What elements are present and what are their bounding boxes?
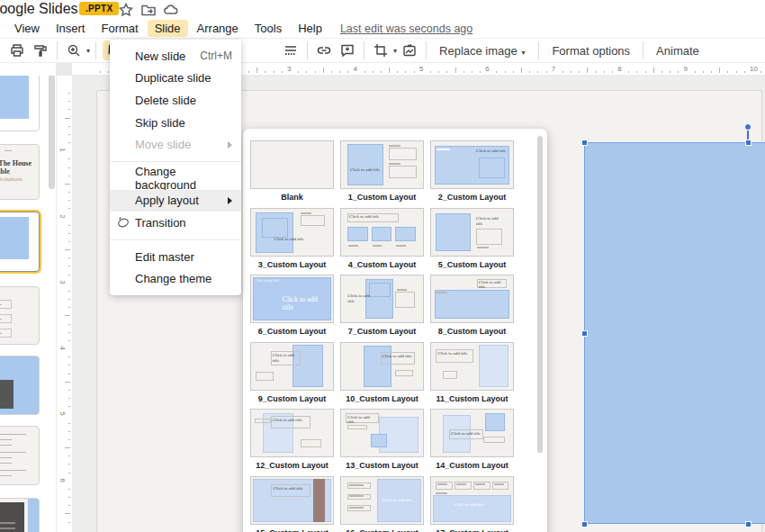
star-icon[interactable] xyxy=(118,2,134,18)
layout-shape xyxy=(475,483,485,485)
replace-image-caret: ▾ xyxy=(521,49,525,57)
format-options-button[interactable]: Format options xyxy=(544,41,638,60)
ruler-number: 9 xyxy=(684,65,688,73)
layout-option-10_custom-layout[interactable]: Click to add title10_Custom Layout xyxy=(340,342,424,403)
layout-option-blank[interactable]: Blank xyxy=(250,140,334,202)
placeholder-text: Click to add title xyxy=(454,502,493,508)
ruler-tick xyxy=(604,71,605,73)
layout-thumbnail: Click to add title xyxy=(340,140,424,189)
layout-shape xyxy=(349,484,364,486)
print-icon[interactable] xyxy=(7,41,27,60)
layout-shape xyxy=(476,229,502,245)
filmstrip-slide-4[interactable] xyxy=(0,286,40,345)
menu-item-change-theme[interactable]: Change theme xyxy=(110,267,241,290)
menu-item-delete-slide[interactable]: Delete slide xyxy=(110,89,241,112)
animate-button[interactable]: Animate xyxy=(648,41,707,60)
selection-handle[interactable] xyxy=(581,140,588,146)
layout-option-16_custom-layout[interactable]: Click to add title16_Custom Layout xyxy=(340,476,424,532)
replace-image-icon[interactable] xyxy=(400,41,419,60)
ruler-tick xyxy=(68,423,70,424)
layout-option-12_custom-layout[interactable]: Click to add title12_Custom Layout xyxy=(250,409,334,470)
menu-item-label: Edit master xyxy=(135,250,194,264)
insert-link-icon[interactable] xyxy=(314,41,334,60)
layout-option-14_custom-layout[interactable]: Click to add title14_Custom Layout xyxy=(430,409,514,470)
last-edit-status[interactable]: Last edit was seconds ago xyxy=(340,23,472,35)
layout-option-7_custom-layout[interactable]: Click to add title7_Custom Layout xyxy=(340,275,424,336)
zoom-icon[interactable] xyxy=(64,41,84,60)
menubar-item-view[interactable]: View xyxy=(7,20,47,37)
menubar-item-help[interactable]: Help xyxy=(291,20,329,37)
border-dash-icon[interactable] xyxy=(281,41,301,60)
layout-label: 4_Custom Layout xyxy=(340,260,424,269)
slide-thumb-image xyxy=(0,217,29,259)
mask-image-caret[interactable]: ▾ xyxy=(393,47,397,55)
filmstrip-slide-1[interactable] xyxy=(0,76,40,131)
paint-format-icon[interactable] xyxy=(31,41,50,60)
add-comment-icon[interactable] xyxy=(338,41,357,60)
layout-shape xyxy=(262,218,288,238)
layout-shape xyxy=(494,483,504,485)
filmstrip-slide-5[interactable]: le xyxy=(0,356,40,415)
menubar-item-format[interactable]: Format xyxy=(94,20,145,37)
slide-thumb-text-line xyxy=(0,434,26,435)
layout-shape xyxy=(477,247,489,248)
ruler-tick xyxy=(339,71,340,73)
selection-handle[interactable] xyxy=(581,330,588,337)
chip-line xyxy=(0,304,2,305)
cloud-status-icon[interactable] xyxy=(163,2,179,18)
menubar-item-insert[interactable]: Insert xyxy=(49,20,93,37)
layout-option-9_custom-layout[interactable]: Click to add title9_Custom Layout xyxy=(250,342,334,403)
filmstrip-scrollbar[interactable] xyxy=(49,76,55,189)
layout-option-13_custom-layout[interactable]: Click to add title13_Custom Layout xyxy=(340,409,424,470)
menubar-item-tools[interactable]: Tools xyxy=(248,20,289,37)
filmstrip-slide-2[interactable]: The HouseibleSolutions xyxy=(0,144,40,200)
layout-option-1_custom-layout[interactable]: Click to add title1_Custom Layout xyxy=(340,140,424,202)
menu-item-duplicate-slide[interactable]: Duplicate slide xyxy=(110,68,241,90)
selection-handle[interactable] xyxy=(745,140,752,146)
ruler-number: 8 xyxy=(617,65,621,73)
menubar-item-slide[interactable]: Slide xyxy=(148,20,188,37)
menu-item-change-background[interactable]: Change background xyxy=(110,167,241,190)
layout-option-2_custom-layout[interactable]: Click to add title2_Custom Layout xyxy=(430,140,514,202)
menu-item-edit-master[interactable]: Edit master xyxy=(110,246,241,268)
ruler-tick xyxy=(430,71,431,73)
zoom-dropdown-caret[interactable]: ▾ xyxy=(86,47,90,55)
layout-label: 13_Custom Layout xyxy=(340,461,424,470)
ruler-tick xyxy=(68,101,70,102)
document-title[interactable]: Google Slides xyxy=(0,1,78,17)
selection-handle[interactable] xyxy=(745,521,752,527)
layout-option-15_custom-layout[interactable]: Click to add title15_Custom Layout xyxy=(250,476,334,532)
layout-option-3_custom-layout[interactable]: Click to add title3_Custom Layout xyxy=(250,208,334,269)
filmstrip-slide-6[interactable] xyxy=(0,426,40,485)
menu-item-apply-layout[interactable]: Apply layout xyxy=(110,190,241,212)
layout-option-8_custom-layout[interactable]: Click to add title8_Custom Layout xyxy=(430,275,514,336)
layout-option-4_custom-layout[interactable]: Click to add title4_Custom Layout xyxy=(340,208,424,269)
selected-image-placeholder[interactable] xyxy=(584,142,765,524)
layout-panel-scrollbar[interactable] xyxy=(537,136,543,453)
filmstrip-slide-7[interactable]: e History xyxy=(0,498,40,532)
layout-shape xyxy=(347,425,367,430)
ruler-tick xyxy=(65,382,70,383)
ruler-number: 6 xyxy=(485,65,489,73)
layout-shape xyxy=(313,479,325,522)
layout-shape xyxy=(395,227,416,242)
crop-icon[interactable] xyxy=(371,41,391,60)
layout-shape xyxy=(479,345,508,387)
menu-item-label: Change theme xyxy=(135,272,212,285)
menu-item-transition[interactable]: Transition xyxy=(110,212,241,234)
replace-image-button[interactable]: Replace image ▾ xyxy=(431,41,534,60)
selection-handle[interactable] xyxy=(581,521,588,527)
layout-option-5_custom-layout[interactable]: Click to add title5_Custom Layout xyxy=(430,208,514,269)
ruler-tick xyxy=(546,71,547,73)
layout-option-17_custom-layout[interactable]: Click to add title17_Custom Layout xyxy=(430,476,514,532)
toolbar-divider xyxy=(307,41,308,59)
layout-option-6_custom-layout[interactable]: Click to add titleClick to add title6_Cu… xyxy=(250,275,334,336)
rotation-handle[interactable] xyxy=(744,123,752,131)
menu-item-skip-slide[interactable]: Skip slide xyxy=(110,112,241,134)
move-folder-icon[interactable] xyxy=(140,2,157,18)
menu-item-new-slide[interactable]: New slideCtrl+M xyxy=(110,45,241,68)
filmstrip-slide-3[interactable] xyxy=(0,212,40,272)
ruler-number: 4 xyxy=(58,346,67,349)
menubar-item-arrange[interactable]: Arrange xyxy=(190,20,246,37)
layout-option-11_custom-layout[interactable]: Click to add title11_Custom Layout xyxy=(430,342,514,403)
